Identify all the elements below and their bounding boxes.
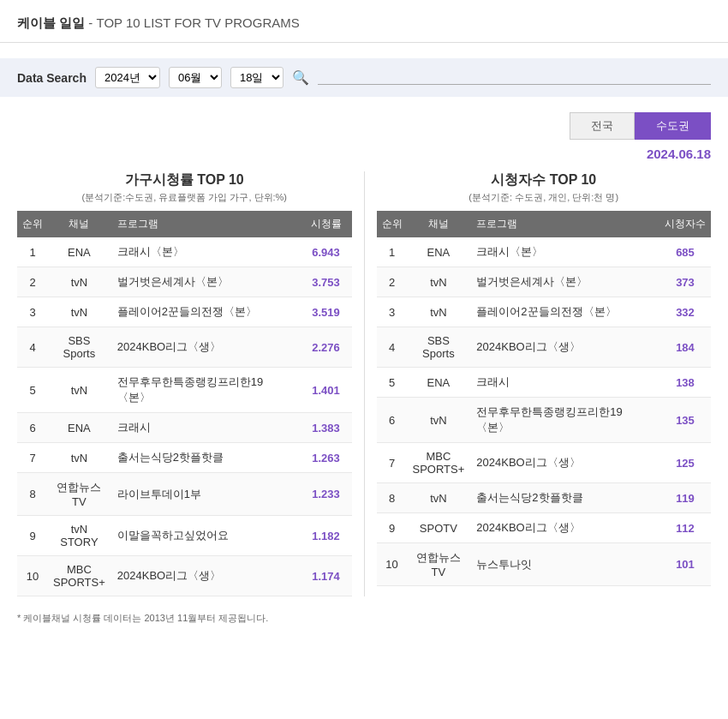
channel: tvN [408,398,470,443]
value: 332 [659,297,711,327]
rank: 7 [17,443,48,473]
value: 1.383 [301,413,352,443]
table-left-subtitle: (분석기준:수도권, 유료플랫폼 가입 가구, 단위:%) [17,191,352,204]
value: 1.263 [301,443,352,473]
search-label: Data Search [17,71,87,85]
program: 출서는식당2핫플핫클 [469,483,659,513]
rank: 10 [17,556,48,596]
table-row: 7 tvN 출서는식당2핫플핫클 1.263 [17,443,352,473]
channel: 연합뉴스TV [408,543,470,586]
table-row: 9 tvN STORY 이말을꼭하고싶었어요 1.182 [17,516,352,556]
rank: 6 [377,398,408,443]
table-row: 10 MBC SPORTS+ 2024KBO리그〈생〉 1.174 [17,556,352,596]
program: 크래시 [469,368,659,398]
table-row: 6 ENA 크래시 1.383 [17,413,352,443]
program: 2024KBO리그〈생〉 [469,443,659,483]
value: 1.174 [301,556,352,596]
channel: ENA [408,368,470,398]
search-bar: Data Search 2024년 06월 18일 🔍 [0,58,728,97]
search-input[interactable] [318,71,711,85]
rank: 8 [377,483,408,513]
table-right: 시청자수 TOP 10 (분석기준: 수도권, 개인, 단위:천 명) 순위 채… [368,171,720,596]
left-header-rank: 순위 [17,211,48,237]
footnote: * 케이블채널 시청률 데이터는 2013년 11월부터 제공됩니다. [0,603,728,633]
value: 125 [659,443,711,483]
date-display: 2024.06.18 [0,143,728,171]
program: 2024KBO리그〈생〉 [469,513,659,543]
program: 라이브투데이1부 [110,473,301,516]
channel: tvN [48,297,110,327]
header: 케이블 일일 - TOP 10 LIST FOR TV PROGRAMS [0,0,728,43]
region-btn-jeonkuk[interactable]: 전국 [570,112,635,140]
program: 출서는식당2핫플핫클 [110,443,301,473]
right-header-value: 시청자수 [659,211,711,237]
program: 크래시〈본〉 [469,237,659,267]
table-row: 8 연합뉴스TV 라이브투데이1부 1.233 [17,473,352,516]
channel: 연합뉴스TV [48,473,110,516]
header-title-rest: - TOP 10 LIST FOR TV PROGRAMS [85,15,300,30]
value: 138 [659,368,711,398]
rank: 8 [17,473,48,516]
value: 685 [659,237,711,267]
channel: tvN STORY [48,516,110,556]
program: 2024KBO리그〈생〉 [110,327,301,368]
channel: tvN [408,483,470,513]
search-button[interactable]: 🔍 [292,69,309,86]
value: 101 [659,543,711,586]
rank: 1 [377,237,408,267]
left-table: 순위 채널 프로그램 시청률 1 ENA 크래시〈본〉 6.943 2 tvN … [17,211,352,596]
year-select[interactable]: 2024년 [95,67,160,88]
table-right-subtitle: (분석기준: 수도권, 개인, 단위:천 명) [377,191,712,204]
program: 2024KBO리그〈생〉 [110,556,301,596]
program: 2024KBO리그〈생〉 [469,327,659,368]
table-row: 5 ENA 크래시 138 [377,368,712,398]
rank: 4 [17,327,48,368]
value: 6.943 [301,237,352,267]
left-header-program: 프로그램 [110,211,301,237]
value: 1.401 [301,368,352,413]
value: 1.182 [301,516,352,556]
day-select[interactable]: 18일 [230,67,283,88]
table-right-title: 시청자수 TOP 10 [377,171,712,189]
channel: ENA [48,237,110,267]
table-row: 9 SPOTV 2024KBO리그〈생〉 112 [377,513,712,543]
rank: 5 [17,368,48,413]
value: 3.753 [301,267,352,297]
rank: 5 [377,368,408,398]
value: 1.233 [301,473,352,516]
value: 112 [659,513,711,543]
program: 뉴스투나잇 [469,543,659,586]
rank: 10 [377,543,408,586]
table-row: 8 tvN 출서는식당2핫플핫클 119 [377,483,712,513]
rank: 2 [377,267,408,297]
right-header-channel: 채널 [408,211,470,237]
table-row: 10 연합뉴스TV 뉴스투나잇 101 [377,543,712,586]
rank: 2 [17,267,48,297]
region-btn-sudokwon[interactable]: 수도권 [635,112,711,140]
program: 전무후무한특종랭킹프리한19〈본〉 [469,398,659,443]
program: 플레이어2꾼들의전쟁〈본〉 [469,297,659,327]
channel: ENA [48,413,110,443]
channel: tvN [408,267,470,297]
rank: 3 [17,297,48,327]
program: 이말을꼭하고싶었어요 [110,516,301,556]
rank: 7 [377,443,408,483]
rank: 1 [17,237,48,267]
right-header-program: 프로그램 [469,211,659,237]
program: 벌거벗은세계사〈본〉 [110,267,301,297]
program: 크래시〈본〉 [110,237,301,267]
month-select[interactable]: 06월 [169,67,222,88]
channel: tvN [48,368,110,413]
value: 119 [659,483,711,513]
channel: MBC SPORTS+ [408,443,470,483]
channel: SPOTV [408,513,470,543]
left-header-channel: 채널 [48,211,110,237]
channel: SBS Sports [408,327,470,368]
program: 벌거벗은세계사〈본〉 [469,267,659,297]
table-left: 가구시청률 TOP 10 (분석기준:수도권, 유료플랫폼 가입 가구, 단위:… [9,171,361,596]
table-row: 2 tvN 벌거벗은세계사〈본〉 373 [377,267,712,297]
value: 135 [659,398,711,443]
value: 184 [659,327,711,368]
value: 2.276 [301,327,352,368]
table-row: 1 ENA 크래시〈본〉 685 [377,237,712,267]
